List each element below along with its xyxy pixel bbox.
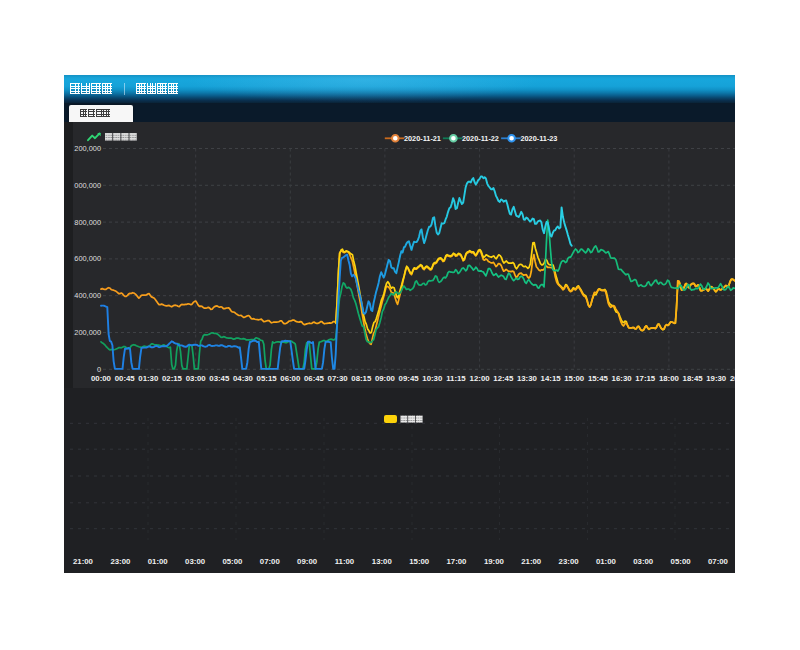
svg-text:400,000: 400,000 xyxy=(74,291,101,300)
svg-text:21:00: 21:00 xyxy=(73,556,94,565)
svg-text:11:15: 11:15 xyxy=(446,374,466,383)
svg-text:01:00: 01:00 xyxy=(596,556,617,565)
svg-text:03:00: 03:00 xyxy=(185,556,206,565)
svg-text:2020-11-22: 2020-11-22 xyxy=(462,134,499,143)
svg-text:13:30: 13:30 xyxy=(517,374,538,383)
svg-text:05:00: 05:00 xyxy=(671,556,692,565)
svg-text:08:15: 08:15 xyxy=(351,374,372,383)
svg-text:18:45: 18:45 xyxy=(683,374,704,383)
svg-text:13:00: 13:00 xyxy=(372,556,393,565)
svg-text:600,000: 600,000 xyxy=(74,254,101,263)
svg-text:20:15: 20:15 xyxy=(730,374,735,383)
svg-text:15:00: 15:00 xyxy=(564,374,585,383)
svg-text:04:30: 04:30 xyxy=(233,374,254,383)
svg-text:19:00: 19:00 xyxy=(484,556,505,565)
svg-text:12:45: 12:45 xyxy=(493,374,514,383)
svg-text:06:00: 06:00 xyxy=(280,374,301,383)
svg-text:02:15: 02:15 xyxy=(162,374,183,383)
svg-text:000,000: 000,000 xyxy=(74,180,101,189)
svg-text:00:45: 00:45 xyxy=(115,374,136,383)
svg-text:07:00: 07:00 xyxy=(708,556,729,565)
svg-text:17:15: 17:15 xyxy=(635,374,656,383)
svg-text:15:45: 15:45 xyxy=(588,374,609,383)
svg-text:23:00: 23:00 xyxy=(559,556,580,565)
svg-text:200,000: 200,000 xyxy=(74,143,101,152)
svg-text:03:00: 03:00 xyxy=(633,556,654,565)
svg-text:800,000: 800,000 xyxy=(74,217,101,226)
svg-text:05:00: 05:00 xyxy=(222,556,243,565)
svg-text:01:30: 01:30 xyxy=(138,374,159,383)
svg-text:10:30: 10:30 xyxy=(422,374,443,383)
svg-text:200,000: 200,000 xyxy=(74,327,101,336)
svg-text:14:15: 14:15 xyxy=(541,374,562,383)
svg-text:19:30: 19:30 xyxy=(706,374,727,383)
svg-text:07:30: 07:30 xyxy=(328,374,349,383)
svg-text:06:45: 06:45 xyxy=(304,374,325,383)
svg-text:18:00: 18:00 xyxy=(659,374,680,383)
svg-text:09:45: 09:45 xyxy=(399,374,420,383)
svg-text:21:00: 21:00 xyxy=(521,556,542,565)
svg-text:2020-11-21: 2020-11-21 xyxy=(404,134,441,143)
svg-text:00:00: 00:00 xyxy=(91,374,112,383)
svg-text:0: 0 xyxy=(97,364,101,373)
svg-text:09:00: 09:00 xyxy=(375,374,396,383)
svg-text:09:00: 09:00 xyxy=(297,556,318,565)
svg-text:2020-11-23: 2020-11-23 xyxy=(521,134,558,143)
svg-text:17:00: 17:00 xyxy=(447,556,468,565)
svg-text:23:00: 23:00 xyxy=(110,556,131,565)
svg-text:07:00: 07:00 xyxy=(260,556,281,565)
svg-text:15:00: 15:00 xyxy=(409,556,430,565)
svg-text:03:00: 03:00 xyxy=(186,374,207,383)
svg-text:03:45: 03:45 xyxy=(209,374,230,383)
svg-text:16:30: 16:30 xyxy=(612,374,633,383)
svg-text:11:00: 11:00 xyxy=(335,556,355,565)
svg-text:05:15: 05:15 xyxy=(257,374,278,383)
svg-text:01:00: 01:00 xyxy=(148,556,169,565)
svg-text:12:00: 12:00 xyxy=(470,374,491,383)
